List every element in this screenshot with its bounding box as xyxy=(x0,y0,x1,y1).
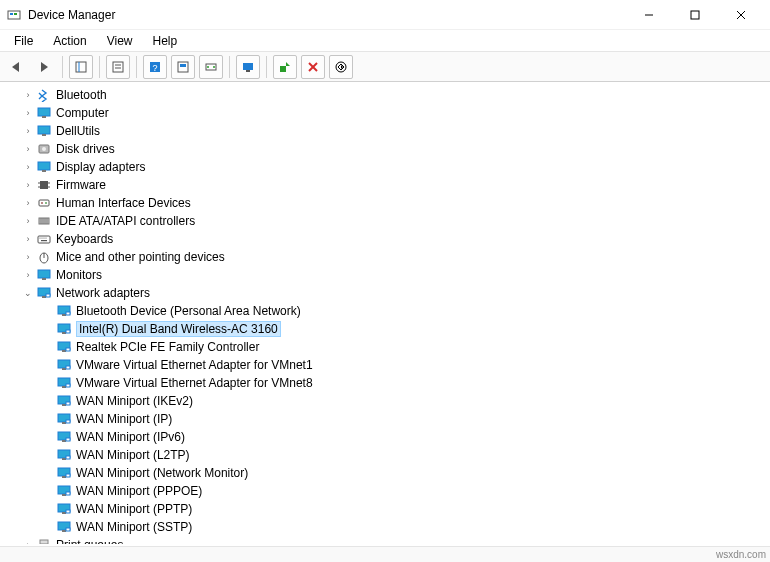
svg-rect-43 xyxy=(39,200,49,206)
tree-category-label: Monitors xyxy=(56,268,102,282)
svg-rect-102 xyxy=(66,528,70,531)
svg-rect-22 xyxy=(246,70,250,72)
menu-action[interactable]: Action xyxy=(43,32,96,50)
hid-icon xyxy=(36,195,52,211)
toolbar-separator xyxy=(229,56,230,78)
tree-category[interactable]: ›Bluetooth xyxy=(0,86,770,104)
tree-category[interactable]: ›Print queues xyxy=(0,536,770,544)
close-button[interactable] xyxy=(718,0,764,30)
tree-category[interactable]: ›DellUtils xyxy=(0,122,770,140)
tree-device[interactable]: WAN Miniport (IP) xyxy=(0,410,770,428)
menu-file[interactable]: File xyxy=(4,32,43,50)
tree-device[interactable]: WAN Miniport (PPTP) xyxy=(0,500,770,518)
svg-point-19 xyxy=(207,66,209,68)
expand-icon[interactable]: › xyxy=(20,249,36,265)
svg-rect-9 xyxy=(76,62,86,72)
tree-device-label: WAN Miniport (SSTP) xyxy=(76,520,192,534)
menu-help[interactable]: Help xyxy=(143,32,188,50)
menu-view[interactable]: View xyxy=(97,32,143,50)
tree-device-label: WAN Miniport (PPPOE) xyxy=(76,484,202,498)
tree-device[interactable]: WAN Miniport (L2TP) xyxy=(0,446,770,464)
tree-device[interactable]: Intel(R) Dual Band Wireless-AC 3160 xyxy=(0,320,770,338)
tree-category-label: Display adapters xyxy=(56,160,145,174)
back-button[interactable] xyxy=(4,55,28,79)
toolbar-separator xyxy=(99,56,100,78)
expand-icon[interactable]: › xyxy=(20,195,36,211)
uninstall-device-button[interactable] xyxy=(301,55,325,79)
expand-icon[interactable]: › xyxy=(20,177,36,193)
tree-device[interactable]: WAN Miniport (PPPOE) xyxy=(0,482,770,500)
svg-rect-69 xyxy=(66,330,70,333)
minimize-button[interactable] xyxy=(626,0,672,30)
svg-rect-44 xyxy=(41,202,43,204)
tree-device[interactable]: VMware Virtual Ethernet Adapter for VMne… xyxy=(0,374,770,392)
tree-category[interactable]: ›Computer xyxy=(0,104,770,122)
svg-rect-84 xyxy=(66,420,70,423)
expand-icon[interactable]: › xyxy=(20,267,36,283)
tree-device[interactable]: WAN Miniport (IKEv2) xyxy=(0,392,770,410)
svg-rect-63 xyxy=(46,294,50,297)
network-adapter-icon xyxy=(56,447,72,463)
collapse-icon[interactable]: ⌄ xyxy=(20,285,36,301)
scan-hardware-button[interactable] xyxy=(236,55,260,79)
svg-rect-56 xyxy=(41,240,47,241)
update-driver-button[interactable] xyxy=(199,55,223,79)
action-button[interactable] xyxy=(171,55,195,79)
tree-device[interactable]: WAN Miniport (SSTP) xyxy=(0,518,770,536)
expand-icon[interactable]: › xyxy=(20,141,36,157)
tree-device-label: Intel(R) Dual Band Wireless-AC 3160 xyxy=(76,321,281,337)
expand-icon[interactable]: › xyxy=(20,537,36,544)
svg-rect-95 xyxy=(62,494,66,496)
svg-rect-103 xyxy=(40,540,48,544)
svg-rect-62 xyxy=(42,296,46,298)
expand-icon[interactable]: › xyxy=(20,159,36,175)
tree-category[interactable]: ›Mice and other pointing devices xyxy=(0,248,770,266)
tree-category[interactable]: ›Monitors xyxy=(0,266,770,284)
disable-device-button[interactable] xyxy=(329,55,353,79)
svg-rect-21 xyxy=(243,63,253,70)
tree-category[interactable]: ›Disk drives xyxy=(0,140,770,158)
help-button[interactable]: ? xyxy=(143,55,167,79)
bluetooth-icon xyxy=(36,87,52,103)
tree-category[interactable]: ›Display adapters xyxy=(0,158,770,176)
tree-category[interactable]: ›Human Interface Devices xyxy=(0,194,770,212)
expand-icon[interactable]: › xyxy=(20,105,36,121)
tree-device[interactable]: VMware Virtual Ethernet Adapter for VMne… xyxy=(0,356,770,374)
tree-device[interactable]: WAN Miniport (IPv6) xyxy=(0,428,770,446)
svg-rect-75 xyxy=(66,366,70,369)
tree-category-label: Disk drives xyxy=(56,142,115,156)
device-tree[interactable]: ›Bluetooth›Computer›DellUtils›Disk drive… xyxy=(0,84,770,544)
tree-category[interactable]: ›IDE ATA/ATAPI controllers xyxy=(0,212,770,230)
maximize-button[interactable] xyxy=(672,0,718,30)
tree-category[interactable]: ⌄Network adapters xyxy=(0,284,770,302)
forward-button[interactable] xyxy=(32,55,56,79)
tree-device[interactable]: Realtek PCIe FE Family Controller xyxy=(0,338,770,356)
svg-point-55 xyxy=(45,237,46,238)
svg-rect-77 xyxy=(62,386,66,388)
tree-category[interactable]: ›Keyboards xyxy=(0,230,770,248)
tree-device[interactable]: WAN Miniport (Network Monitor) xyxy=(0,464,770,482)
svg-rect-71 xyxy=(62,350,66,352)
tree-category-label: Keyboards xyxy=(56,232,113,246)
properties-button[interactable] xyxy=(106,55,130,79)
enable-device-button[interactable] xyxy=(273,55,297,79)
expand-icon[interactable]: › xyxy=(20,87,36,103)
tree-category[interactable]: ›Firmware xyxy=(0,176,770,194)
svg-rect-11 xyxy=(113,62,123,72)
expand-icon[interactable]: › xyxy=(20,213,36,229)
tree-category-label: Computer xyxy=(56,106,109,120)
network-adapter-icon xyxy=(56,483,72,499)
svg-point-52 xyxy=(39,237,40,238)
tree-device[interactable]: Bluetooth Device (Personal Area Network) xyxy=(0,302,770,320)
network-icon xyxy=(36,285,52,301)
tree-device-label: Bluetooth Device (Personal Area Network) xyxy=(76,304,301,318)
mouse-icon xyxy=(36,249,52,265)
tree-category-label: Mice and other pointing devices xyxy=(56,250,225,264)
show-hide-console-tree-button[interactable] xyxy=(69,55,93,79)
expand-icon[interactable]: › xyxy=(20,123,36,139)
tree-device-label: WAN Miniport (PPTP) xyxy=(76,502,192,516)
expand-icon[interactable]: › xyxy=(20,231,36,247)
svg-rect-89 xyxy=(62,458,66,460)
tree-category-label: Firmware xyxy=(56,178,106,192)
toolbar-separator xyxy=(266,56,267,78)
